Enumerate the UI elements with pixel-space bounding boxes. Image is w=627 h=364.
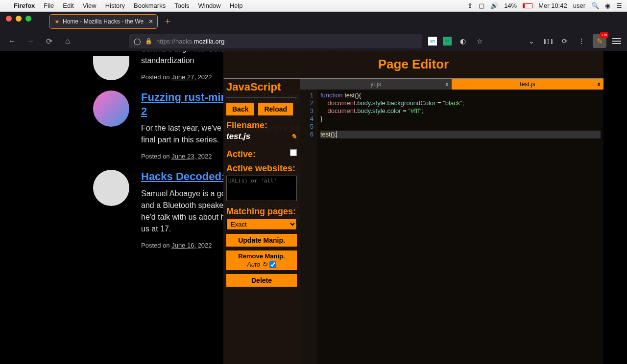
account-icon[interactable]: ⟳ <box>559 36 570 46</box>
urls-textarea[interactable] <box>226 176 297 201</box>
reload-button[interactable]: ⟳ <box>43 34 55 48</box>
maximize-window[interactable] <box>25 16 31 22</box>
app-name[interactable]: Firefox <box>14 2 35 9</box>
lock-icon[interactable]: 🔒 <box>145 38 152 45</box>
back-button[interactable]: Back <box>226 103 254 115</box>
menu-help[interactable]: Help <box>230 2 243 9</box>
extension-icon-3[interactable]: ◐ <box>458 36 468 46</box>
active-checkbox[interactable] <box>290 149 297 156</box>
tab-title: Home - Mozilla Hacks - the We <box>63 18 144 25</box>
new-tab-button[interactable]: + <box>162 16 173 27</box>
forward-button[interactable]: → <box>24 34 37 48</box>
display-icon[interactable]: ▢ <box>479 2 484 9</box>
control-center-icon[interactable]: ☰ <box>616 2 622 9</box>
active-label: Active: <box>226 149 256 159</box>
shield-icon[interactable]: ◯ <box>134 38 141 45</box>
volume-icon[interactable]: 🔊 <box>490 2 498 9</box>
code-tab-testjs[interactable]: test.jsx <box>452 79 603 90</box>
library-icon[interactable]: ⫿⫿⫿ <box>543 36 554 46</box>
lang-header: JavaScript <box>226 79 297 98</box>
code-tab-ytjs[interactable]: yt.jsx <box>300 79 452 90</box>
reload-button[interactable]: Reload <box>258 103 293 115</box>
page-editor-extension-icon[interactable]: ✎ On <box>593 34 606 48</box>
page-editor-panel: Page Editor JavaScript Back Reload Filen… <box>223 51 603 364</box>
remove-manip-box: Remove Manip. Auto ↻ <box>226 250 297 270</box>
menu-file[interactable]: File <box>44 2 54 9</box>
macos-menubar: Firefox File Edit View History Bookmarks… <box>0 0 627 12</box>
close-window[interactable] <box>6 16 12 22</box>
menu-view[interactable]: View <box>83 2 96 9</box>
minimize-window[interactable] <box>16 16 22 22</box>
auto-label: Auto <box>247 261 260 268</box>
refresh-icon: ↻ <box>262 261 267 268</box>
matching-label: Matching pages: <box>226 206 297 217</box>
url-text: https://hacks.mozilla.org <box>156 38 224 45</box>
extension-icon-2[interactable]: ✉ <box>443 37 452 46</box>
delete-button[interactable]: Delete <box>226 274 297 287</box>
code-area: yt.jsx test.jsx 123456 function test(){ … <box>300 79 603 364</box>
browser-tab[interactable]: ★ Home - Mozilla Hacks - the We ✕ <box>49 14 158 29</box>
remove-manip-button[interactable]: Remove Manip. <box>228 252 295 260</box>
user-name[interactable]: user <box>573 2 585 9</box>
pencil-icon: ✎ <box>597 37 603 46</box>
battery-text: 14% <box>504 2 517 9</box>
editor-sidebar: JavaScript Back Reload Filename: test.js… <box>223 79 300 364</box>
avatar <box>93 56 129 80</box>
auto-checkbox[interactable] <box>269 261 276 268</box>
edit-filename-icon[interactable]: ✎ <box>291 133 297 140</box>
line-gutter: 123456 <box>300 90 317 364</box>
nav-toolbar: ← → ⟳ ⌂ ◯ 🔒 https://hacks.mozilla.org xn… <box>0 31 627 51</box>
siri-icon[interactable]: ◉ <box>605 2 610 9</box>
menu-bookmarks[interactable]: Bookmarks <box>134 2 166 9</box>
wifi-icon[interactable]: ⇪ <box>467 2 473 9</box>
pocket-icon[interactable]: ⌄ <box>526 36 537 46</box>
tab-close-icon[interactable]: ✕ <box>148 18 153 25</box>
spotlight-icon[interactable]: 🔍 <box>591 2 599 9</box>
url-bar[interactable]: ◯ 🔒 https://hacks.mozilla.org <box>129 34 422 48</box>
page-content: As part of our work to ensure a with Ecm… <box>0 51 627 364</box>
clock: Mer 10:42 <box>538 2 567 9</box>
code-editor[interactable]: 123456 function test(){ document.body.st… <box>300 90 603 364</box>
browser-window: ★ Home - Mozilla Hacks - the We ✕ + ← → … <box>0 12 627 364</box>
editor-title: Page Editor <box>223 51 603 78</box>
extension-icon-1[interactable]: xn <box>428 37 437 46</box>
tab-bar: ★ Home - Mozilla Hacks - the We ✕ + <box>0 12 627 31</box>
favicon-star-icon: ★ <box>54 18 60 25</box>
close-tab-icon[interactable]: x <box>597 81 601 88</box>
filename-value: test.js <box>226 132 250 141</box>
code-source[interactable]: function test(){ document.body.style.bac… <box>317 90 603 364</box>
back-button[interactable]: ← <box>6 34 19 48</box>
battery-icon[interactable] <box>523 3 532 8</box>
bookmark-star-icon[interactable]: ☆ <box>474 36 485 46</box>
avatar <box>93 91 129 127</box>
app-menu-button[interactable] <box>612 38 621 44</box>
extension-badge: On <box>600 32 608 38</box>
menu-tools[interactable]: Tools <box>174 2 189 9</box>
menu-edit[interactable]: Edit <box>63 2 73 9</box>
matching-select[interactable]: Exact <box>226 219 297 230</box>
menu-history[interactable]: History <box>105 2 125 9</box>
filename-label: Filename: <box>226 120 297 131</box>
avatar <box>93 170 129 206</box>
close-tab-icon[interactable]: x <box>445 81 449 88</box>
window-controls <box>6 16 31 22</box>
menu-window[interactable]: Window <box>198 2 221 9</box>
sync-icon[interactable]: ⋮ <box>576 36 587 46</box>
active-websites-label: Active websites: <box>226 163 297 174</box>
home-button[interactable]: ⌂ <box>61 34 74 48</box>
update-manip-button[interactable]: Update Manip. <box>226 234 297 247</box>
